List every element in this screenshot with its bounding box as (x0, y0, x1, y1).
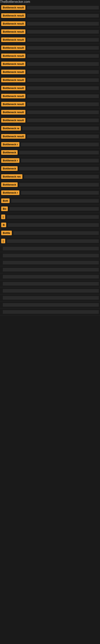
list-item (0, 245, 100, 252)
bottleneck-badge: Bottleneck r (1, 158, 19, 163)
bottleneck-bar (19, 183, 99, 186)
list-item: Bottleneck r (0, 156, 100, 164)
bottleneck-bar (7, 215, 99, 219)
bottleneck-bar (3, 275, 99, 278)
bottleneck-badge: | (1, 214, 5, 219)
bottleneck-bar (3, 289, 99, 292)
bottleneck-bar (27, 70, 99, 74)
bottleneck-badge: Bottleneck result (1, 118, 25, 122)
bottleneck-bar (27, 62, 99, 66)
bottleneck-bar (27, 135, 99, 138)
list-item: Bottleneck result (0, 68, 100, 76)
bottleneck-badge: Bottleneck result (1, 5, 25, 10)
bottleneck-bar (24, 175, 99, 178)
bottleneck-bar (8, 223, 99, 227)
bottleneck-badge: Bottleneck result (1, 62, 25, 66)
bottleneck-badge: Bottleneck r (1, 190, 19, 195)
bottleneck-bar (3, 268, 99, 272)
list-item: Bottleneck result (0, 108, 100, 116)
bottleneck-badge: Bottleneck result (1, 78, 25, 82)
list-item: Bottleneck r (0, 140, 100, 148)
bottleneck-bar (11, 199, 99, 203)
bottleneck-badge: Bottleneck (1, 150, 18, 155)
list-item: | (0, 237, 100, 245)
bottleneck-bar (27, 6, 99, 10)
bottleneck-badge: Bo (1, 206, 8, 211)
list-item: Bottleneck result (0, 76, 100, 84)
bottleneck-bar (3, 296, 99, 300)
list-item: Bottleneck r (0, 189, 100, 197)
bottleneck-bar (27, 22, 99, 26)
bottleneck-badge: Bottleneck result (1, 86, 25, 90)
list-item: Bottleneck result (0, 60, 100, 68)
list-item: Bo (0, 205, 100, 213)
list-item: Bottleneck result (0, 132, 100, 140)
list-item: Bottleneck result (0, 44, 100, 52)
bottleneck-bar (27, 14, 99, 18)
bottleneck-bar (3, 261, 99, 264)
list-item: | (0, 213, 100, 221)
bottleneck-bar (27, 110, 99, 114)
list-item: Bottleneck (0, 181, 100, 189)
list-item: Bott (0, 197, 100, 205)
bottleneck-bar (27, 78, 99, 82)
bottleneck-badge: Bott (1, 198, 10, 203)
list-item (0, 280, 100, 288)
list-item: B (0, 221, 100, 229)
bottleneck-badge: B (1, 222, 6, 227)
bottleneck-badge: Bottle (1, 231, 12, 235)
list-item (0, 288, 100, 294)
list-item: Bottle (0, 229, 100, 237)
bottleneck-bar (27, 38, 99, 42)
bottleneck-bar (3, 282, 99, 286)
bottleneck-bar (3, 303, 99, 307)
list-item: Bottleneck result (0, 100, 100, 108)
list-item (0, 308, 100, 316)
bottleneck-badge: Bottleneck (1, 166, 18, 171)
bottleneck-badge: Bottleneck result (1, 54, 25, 58)
list-item (0, 273, 100, 280)
bottleneck-badge: | (1, 239, 5, 243)
bottleneck-bar (27, 102, 99, 106)
list-item (0, 294, 100, 302)
bottleneck-bar (19, 151, 99, 154)
list-item: Bottleneck result (0, 84, 100, 92)
bottleneck-badge: Bottleneck result (1, 70, 25, 74)
bottleneck-bar (21, 143, 99, 146)
bottleneck-bar (27, 118, 99, 122)
bottleneck-bar (3, 247, 99, 250)
bottleneck-badge: Bottleneck result (1, 46, 25, 50)
list-item (0, 266, 100, 273)
list-item: Bottleneck (0, 164, 100, 173)
list-item (0, 259, 100, 266)
bottleneck-bar (27, 86, 99, 90)
bottleneck-badge: Bottleneck r (1, 142, 19, 147)
list-item: Bottleneck (0, 148, 100, 156)
bottleneck-bar (27, 46, 99, 50)
bottleneck-bar (3, 310, 99, 314)
bottleneck-bar (27, 54, 99, 58)
bottleneck-badge: Bottleneck result (1, 21, 25, 26)
list-item: Bottleneck result (0, 36, 100, 44)
bottleneck-badge: Bottleneck result (1, 13, 25, 18)
list-item: Bottleneck res (0, 173, 100, 181)
bottleneck-badge: Bottleneck result (1, 102, 25, 106)
bottleneck-badge: Bottleneck (1, 182, 18, 187)
bottleneck-badge: Bottleneck re (1, 126, 21, 130)
list-item: Bottleneck result (0, 20, 100, 28)
bottleneck-bar (21, 191, 99, 194)
bottleneck-badge: Bottleneck result (1, 30, 25, 34)
bottleneck-bar (22, 126, 99, 130)
bottleneck-badge: Bottleneck result (1, 134, 25, 139)
bottleneck-badge: Bottleneck result (1, 94, 25, 98)
bottleneck-bar (3, 254, 99, 258)
bottleneck-badge: Bottleneck res (1, 174, 22, 179)
list-item: Bottleneck result (0, 52, 100, 60)
site-title: TheBottlenecker.com (0, 0, 100, 4)
list-item (0, 302, 100, 308)
list-item: Bottleneck result (0, 92, 100, 100)
list-item (0, 252, 100, 259)
bottleneck-bar (9, 207, 99, 211)
bottleneck-badge: Bottleneck result (1, 38, 25, 42)
bottleneck-bar (13, 231, 99, 235)
